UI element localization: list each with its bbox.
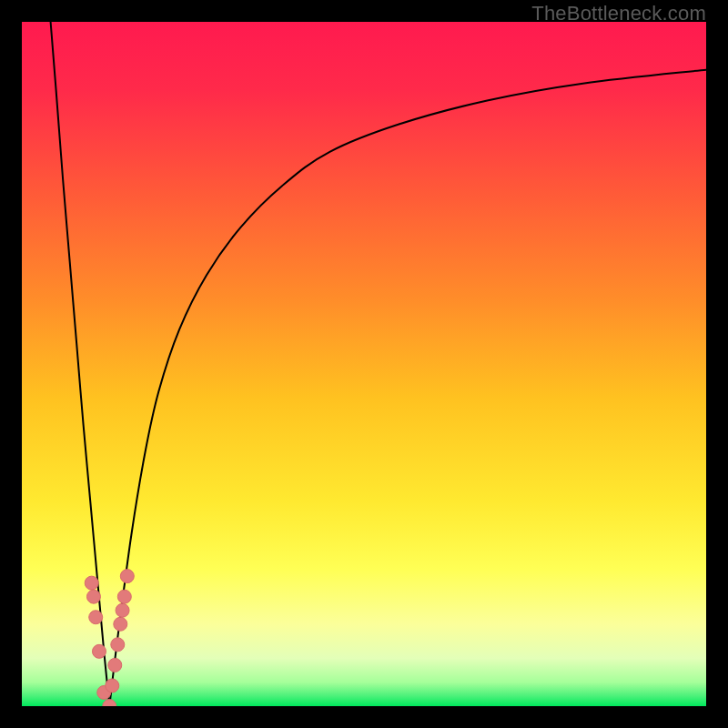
scatter-dot	[92, 644, 106, 658]
scatter-dot	[106, 679, 119, 693]
scatter-dot	[86, 590, 100, 603]
chart-svg	[22, 22, 706, 706]
scatter-dot	[120, 570, 134, 583]
scatter-dot	[114, 617, 127, 631]
scatter-dot	[117, 590, 131, 603]
scatter-dot	[89, 611, 103, 624]
scatter-dot	[108, 658, 122, 672]
scatter-dot	[111, 638, 125, 652]
scatter-dot	[85, 576, 98, 590]
chart-frame: TheBottleneck.com	[0, 0, 728, 728]
plot-area	[22, 22, 706, 706]
scatter-dot	[116, 603, 129, 617]
